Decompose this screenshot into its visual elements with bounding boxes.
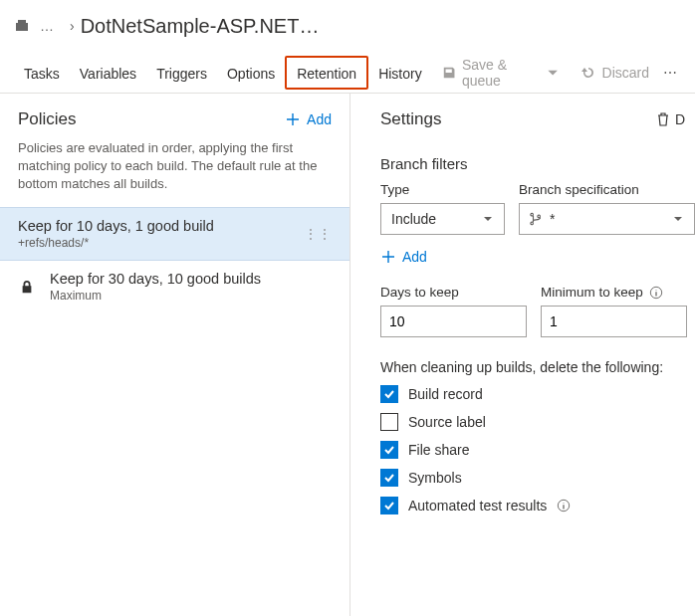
tab-bar: Tasks Variables Triggers Options Retenti… — [0, 52, 695, 94]
plus-icon — [285, 111, 301, 127]
cleanup-heading: When cleaning up builds, delete the foll… — [380, 359, 695, 375]
branch-filters-heading: Branch filters — [380, 155, 695, 172]
plus-icon — [380, 249, 396, 265]
save-icon — [442, 65, 456, 81]
label-symbols: Symbols — [408, 470, 462, 486]
policy-title: Keep for 10 days, 1 good build — [18, 218, 290, 234]
tab-triggers[interactable]: Triggers — [146, 56, 217, 90]
policy-subtitle: +refs/heads/* — [18, 236, 290, 250]
overflow-icon[interactable]: ⋯ — [659, 65, 681, 81]
tab-tasks[interactable]: Tasks — [14, 56, 70, 90]
trash-icon — [655, 111, 671, 127]
policies-description: Policies are evaluated in order, applyin… — [0, 133, 349, 207]
checkbox-source-label[interactable] — [380, 413, 398, 431]
type-select[interactable]: Include — [380, 203, 505, 235]
more-icon[interactable]: … — [40, 18, 54, 34]
branch-spec-label: Branch specification — [519, 182, 695, 197]
undo-icon — [580, 65, 596, 81]
settings-heading: Settings — [380, 109, 441, 129]
days-label: Days to keep — [380, 285, 527, 300]
checkbox-file-share[interactable] — [380, 441, 398, 459]
chevron-down-icon — [482, 213, 494, 225]
delete-button[interactable]: D — [655, 111, 685, 127]
chevron-right-icon: › — [70, 18, 75, 34]
info-icon[interactable] — [649, 286, 663, 300]
chevron-down-icon — [672, 213, 684, 225]
tab-history[interactable]: History — [368, 56, 432, 90]
policy-item-default[interactable]: Keep for 30 days, 10 good builds Maximum — [0, 261, 349, 312]
label-source-label: Source label — [408, 414, 486, 430]
policy-title: Keep for 30 days, 10 good builds — [50, 271, 332, 287]
label-automated: Automated test results — [408, 498, 547, 513]
policy-subtitle: Maximum — [50, 289, 332, 303]
chevron-down-icon — [546, 65, 560, 81]
save-queue-button: Save & queue — [432, 57, 571, 89]
policies-heading: Policies — [18, 109, 77, 129]
tab-variables[interactable]: Variables — [70, 56, 146, 90]
branch-spec-select[interactable]: * — [519, 203, 695, 235]
page-title[interactable]: DotNetSample-ASP.NET… — [81, 15, 320, 38]
minimum-input[interactable] — [541, 306, 687, 337]
branch-icon — [530, 212, 544, 226]
discard-button: Discard — [571, 65, 659, 81]
project-icon — [14, 18, 30, 34]
label-file-share: File share — [408, 442, 469, 458]
breadcrumb: … › DotNetSample-ASP.NET… — [0, 0, 695, 46]
add-policy-button[interactable]: Add — [285, 111, 332, 127]
days-input[interactable] — [380, 306, 527, 337]
checkbox-automated[interactable] — [380, 497, 398, 514]
add-branch-filter-button[interactable]: Add — [380, 249, 695, 265]
checkbox-symbols[interactable] — [380, 469, 398, 487]
settings-pane: Settings D Branch filters Type Include B… — [350, 94, 695, 616]
lock-icon — [18, 280, 36, 294]
drag-handle-icon[interactable]: ⋮⋮ — [304, 226, 332, 242]
tab-options[interactable]: Options — [217, 56, 285, 90]
checkbox-build-record[interactable] — [380, 385, 398, 403]
type-label: Type — [380, 182, 505, 197]
tab-retention[interactable]: Retention — [285, 56, 368, 90]
minimum-label: Minimum to keep — [541, 285, 687, 300]
policy-item-selected[interactable]: Keep for 10 days, 1 good build +refs/hea… — [0, 207, 349, 261]
label-build-record: Build record — [408, 386, 483, 402]
info-icon[interactable] — [557, 499, 571, 513]
policies-pane: Policies Add Policies are evaluated in o… — [0, 94, 350, 616]
